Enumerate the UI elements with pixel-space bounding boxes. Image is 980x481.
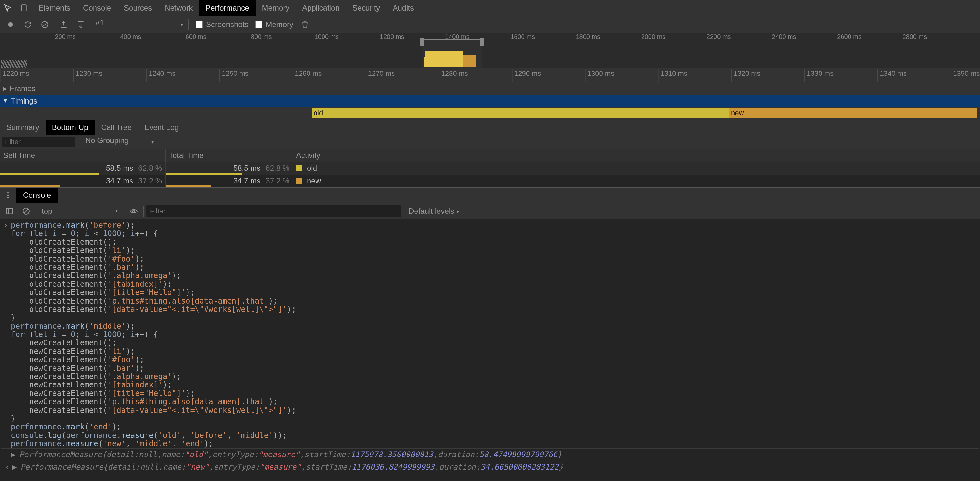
profile-select[interactable]: #1 — [92, 19, 187, 30]
panel-tabs: ElementsConsoleSourcesNetworkPerformance… — [32, 0, 420, 16]
svg-point-5 — [7, 197, 9, 198]
perf-toolbar: #1 Screenshots Memory — [0, 16, 980, 33]
panel-tab-sources[interactable]: Sources — [118, 0, 158, 16]
panel-tab-network[interactable]: Network — [158, 0, 199, 16]
bottomup-filterbar: No Grouping — [0, 135, 980, 149]
col-totaltime[interactable]: Total Time — [165, 149, 293, 161]
separator — [188, 19, 189, 30]
bottomup-row[interactable]: 58.5 ms62.8 %58.5 ms62.8 %old — [0, 162, 980, 175]
details-tab-bottom-up[interactable]: Bottom-Up — [46, 120, 95, 135]
overview-selection[interactable] — [422, 40, 482, 68]
console-output: ▶PerformanceMeasure {detail: null, name:… — [1, 448, 979, 474]
record-icon[interactable] — [3, 17, 19, 32]
detail-tick: 1240 ms — [146, 69, 175, 82]
bottomup-filter-input[interactable] — [2, 137, 75, 148]
console-code-line: newCreateElement('[tabindex]'); — [1, 381, 979, 389]
overview-handle-left[interactable] — [420, 38, 424, 46]
console-code-line: newCreateElement('#foo'); — [1, 355, 979, 364]
panel-tab-audits[interactable]: Audits — [386, 0, 420, 16]
inspect-element-icon[interactable] — [0, 0, 16, 16]
detail-tick: 1340 ms — [878, 69, 907, 82]
memory-toggle[interactable]: Memory — [255, 20, 293, 29]
memory-label: Memory — [266, 20, 293, 29]
details-tab-summary[interactable]: Summary — [0, 120, 46, 135]
console-code-line: newCreateElement(); — [1, 339, 979, 347]
drawer-tab-console[interactable]: Console — [16, 188, 58, 203]
console-code-line: oldCreateElement('li'); — [1, 246, 979, 255]
console-code-line: oldCreateElement('.bar'); — [1, 263, 979, 271]
console-input-echo: ›performance.mark('before'); for (let i … — [1, 221, 979, 448]
svg-point-1 — [8, 22, 13, 27]
panel-tab-security[interactable]: Security — [346, 0, 387, 16]
detail-tick: 1220 ms — [0, 69, 29, 82]
svg-point-3 — [7, 192, 9, 193]
panel-tab-memory[interactable]: Memory — [256, 0, 296, 16]
svg-point-4 — [7, 194, 9, 196]
overview-body[interactable] — [0, 40, 980, 68]
separator — [90, 19, 91, 30]
reload-icon[interactable] — [20, 17, 36, 32]
screenshots-toggle[interactable]: Screenshots — [196, 20, 248, 29]
bottomup-header: Self Time Total Time Activity — [0, 149, 980, 162]
separator — [36, 206, 36, 217]
detail-tick: 1290 ms — [512, 69, 541, 82]
overview-bars — [424, 51, 476, 67]
bottomup-row[interactable]: 34.7 ms37.2 %34.7 ms37.2 %new — [0, 175, 980, 187]
details-tab-event-log[interactable]: Event Log — [138, 120, 185, 135]
console-filter-input[interactable] — [146, 205, 401, 217]
overview-ruler: 200 ms400 ms600 ms800 ms1000 ms1200 ms14… — [0, 33, 980, 40]
console-code-line: newCreateElement('.bar'); — [1, 364, 979, 373]
panel-tab-console[interactable]: Console — [77, 0, 118, 16]
save-profile-icon[interactable] — [73, 17, 89, 32]
console-body[interactable]: ›performance.mark('before'); for (let i … — [0, 219, 980, 473]
console-code-line: ›performance.mark('before'); — [1, 221, 979, 229]
console-code-line: newCreateElement('p.this#thing.also[data… — [1, 398, 979, 406]
col-selftime[interactable]: Self Time — [0, 149, 165, 161]
device-toolbar-icon[interactable] — [16, 0, 32, 16]
console-code-line: performance.mark('end'); — [1, 423, 979, 431]
separator — [54, 19, 54, 30]
console-code-line: oldCreateElement('.alpha.omega'); — [1, 271, 979, 280]
overview-handle-right[interactable] — [480, 38, 484, 46]
grouping-select[interactable]: No Grouping — [81, 136, 158, 148]
details-tab-call-tree[interactable]: Call Tree — [95, 120, 138, 135]
detail-ruler[interactable]: 1220 ms1230 ms1240 ms1250 ms1260 ms1270 … — [0, 68, 980, 82]
console-code-line: oldCreateElement('[tabindex]'); — [1, 280, 979, 288]
console-code-line: newCreateElement('[data-value="<.it=\"#w… — [1, 406, 979, 414]
track-frames[interactable]: ▶Frames — [0, 82, 980, 95]
console-clear-icon[interactable] — [19, 204, 33, 218]
drawer-menu-icon[interactable] — [0, 188, 16, 203]
live-expression-icon[interactable] — [127, 204, 141, 218]
console-code-line: for (let i = 0; i < 1000; i++) { — [1, 229, 979, 237]
panel-tab-application[interactable]: Application — [296, 0, 346, 16]
detail-tick: 1270 ms — [366, 69, 395, 82]
timings-label: Timings — [11, 97, 37, 105]
col-activity[interactable]: Activity — [293, 149, 980, 161]
chevron-right-icon[interactable]: ▶ — [3, 85, 7, 92]
console-sidebar-toggle-icon[interactable] — [3, 204, 17, 218]
overview-timeline[interactable]: 200 ms400 ms600 ms800 ms1000 ms1200 ms14… — [0, 33, 980, 68]
user-timing-events[interactable]: oldnew — [0, 107, 980, 120]
panel-tab-performance[interactable]: Performance — [199, 0, 255, 16]
memory-checkbox[interactable] — [255, 21, 262, 28]
detail-tick: 1320 ms — [731, 69, 760, 82]
gc-trash-icon[interactable] — [297, 17, 313, 32]
chevron-down-icon[interactable]: ▼ — [3, 97, 8, 104]
screenshots-checkbox[interactable] — [196, 21, 203, 28]
load-profile-icon[interactable] — [56, 17, 72, 32]
console-drawer-header: Console — [0, 187, 980, 203]
timing-event-new[interactable]: new — [729, 108, 977, 118]
timing-event-old[interactable]: old — [312, 108, 729, 118]
console-code-line: oldCreateElement('[title="Hello"]'); — [1, 288, 979, 296]
clear-icon[interactable] — [37, 17, 53, 32]
panel-tab-elements[interactable]: Elements — [32, 0, 77, 16]
detail-tick: 1350 ms — [951, 69, 980, 82]
log-levels-select[interactable]: Default levels — [409, 207, 460, 216]
console-toolbar: top Default levels — [0, 203, 980, 219]
track-timings[interactable]: ▼Timings — [0, 95, 980, 107]
console-code-line: performance.mark('middle'); — [1, 322, 979, 330]
performance-measure-output[interactable]: ▶PerformanceMeasure {detail: null, name:… — [1, 448, 979, 460]
performance-measure-output[interactable]: ‹▶PerformanceMeasure {detail: null, name… — [1, 460, 979, 473]
context-select[interactable]: top — [38, 207, 121, 216]
detail-tick: 1280 ms — [439, 69, 468, 82]
